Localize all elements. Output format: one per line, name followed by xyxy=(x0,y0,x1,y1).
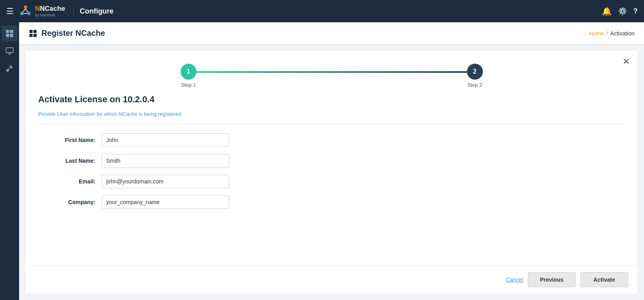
svg-rect-8 xyxy=(10,30,13,33)
monitor-icon xyxy=(5,47,14,55)
activate-button[interactable]: Activate xyxy=(580,272,628,287)
svg-rect-15 xyxy=(29,30,33,33)
sidebar-item-dashboard[interactable] xyxy=(2,25,18,41)
company-input[interactable] xyxy=(102,195,229,209)
breadcrumb-separator: / xyxy=(606,30,608,37)
dashboard-icon xyxy=(5,29,14,38)
main-content: Register NCache Home / Activation ✕ 1 S xyxy=(19,22,644,300)
form-row-company: Company: xyxy=(38,195,625,209)
stepper-inner: 1 Step 1 2 Step 2 xyxy=(181,64,483,88)
navbar-actions: 🔔 ⚙️ ? xyxy=(602,6,638,16)
configure-label: Configure xyxy=(73,7,114,16)
logo-sub: by Alachisoft xyxy=(35,13,65,18)
svg-point-3 xyxy=(27,12,31,15)
svg-rect-7 xyxy=(6,30,9,33)
email-label: Email: xyxy=(38,178,102,185)
tools-icon xyxy=(5,64,14,73)
first-name-label: First Name: xyxy=(38,137,102,143)
breadcrumb-current: Activation xyxy=(610,30,634,37)
form-title: Activate License on 10.2.0.4 xyxy=(38,94,625,105)
step-2-label: Step 2 xyxy=(467,82,483,88)
step-2-item: 2 Step 2 xyxy=(467,64,483,88)
form-subtitle: Provide User information for which NCach… xyxy=(38,111,625,124)
header-bar: Register NCache Home / Activation xyxy=(19,22,644,45)
menu-icon[interactable]: ☰ xyxy=(6,6,14,16)
email-input[interactable] xyxy=(102,175,229,188)
help-question-icon[interactable]: ? xyxy=(633,7,638,16)
registration-card: ✕ 1 Step 1 2 Step 2 xyxy=(25,51,638,294)
cancel-button[interactable]: Cancel xyxy=(506,277,523,283)
previous-button[interactable]: Previous xyxy=(528,272,576,287)
ncache-logo-icon xyxy=(18,4,33,18)
svg-rect-10 xyxy=(10,34,13,37)
step-2-circle: 2 xyxy=(467,64,483,80)
svg-rect-11 xyxy=(6,48,13,53)
stepper-line xyxy=(197,71,467,73)
navbar: ☰ NNCache by Alachisoft Configure 🔔 ⚙️ ? xyxy=(0,0,644,22)
breadcrumb-home-link[interactable]: Home xyxy=(589,30,604,37)
first-name-input[interactable] xyxy=(102,133,229,147)
form-row-firstname: First Name: xyxy=(38,133,625,147)
notification-bell-icon[interactable]: 🔔 xyxy=(602,6,612,16)
breadcrumb: Home / Activation xyxy=(589,30,634,37)
settings-gear-icon[interactable]: ⚙️ xyxy=(618,7,627,16)
logo-text: NNCache xyxy=(35,5,65,13)
card-footer: Cancel Previous Activate xyxy=(25,265,638,294)
form-subtitle-prefix: Provide User information xyxy=(38,111,97,117)
navbar-logo: NNCache by Alachisoft xyxy=(18,4,65,18)
company-label: Company: xyxy=(38,199,102,205)
page-title: Register NCache xyxy=(41,29,105,38)
last-name-label: Last Name: xyxy=(38,158,102,164)
form-row-lastname: Last Name: xyxy=(38,154,625,168)
step-1-label: Step 1 xyxy=(181,82,196,88)
svg-rect-17 xyxy=(29,34,33,37)
svg-rect-18 xyxy=(33,34,37,37)
last-name-input[interactable] xyxy=(102,154,229,168)
header-left: Register NCache xyxy=(29,29,105,38)
step-1-item: 1 Step 1 xyxy=(181,64,197,88)
step-1-circle: 1 xyxy=(181,64,197,80)
svg-point-2 xyxy=(20,12,23,15)
sidebar xyxy=(0,22,19,300)
svg-rect-16 xyxy=(33,30,37,33)
svg-rect-9 xyxy=(6,34,9,37)
sidebar-item-monitor[interactable] xyxy=(2,43,18,59)
form-content: Activate License on 10.2.0.4 Provide Use… xyxy=(25,94,638,265)
stepper: 1 Step 1 2 Step 2 xyxy=(25,51,638,94)
register-ncache-icon xyxy=(29,29,37,38)
sidebar-item-tools[interactable] xyxy=(2,60,18,76)
form-subtitle-link: for which NCache is being registered. xyxy=(97,111,183,117)
svg-point-1 xyxy=(24,6,27,9)
form-row-email: Email: xyxy=(38,175,625,188)
